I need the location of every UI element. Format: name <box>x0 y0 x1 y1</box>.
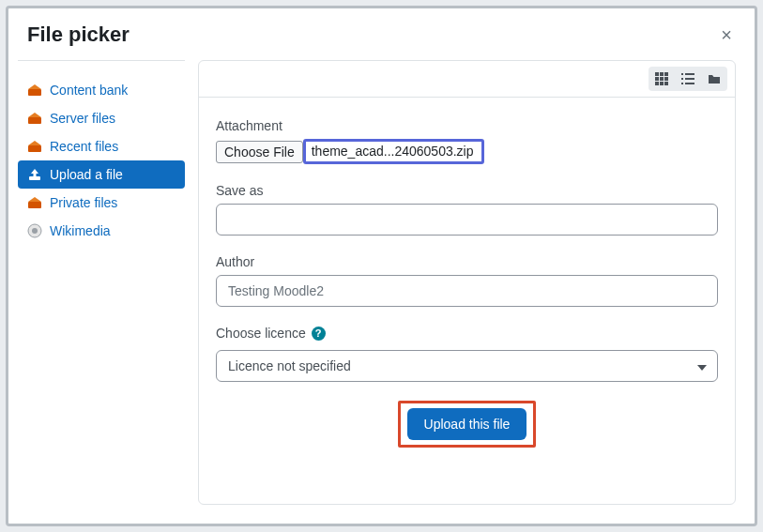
svg-rect-1 <box>28 117 41 124</box>
licence-select[interactable]: Licence not specified <box>216 350 718 382</box>
svg-rect-3 <box>29 176 40 180</box>
licence-label-row: Choose licence ? <box>216 326 718 341</box>
svg-rect-7 <box>655 72 659 76</box>
licence-select-wrap: Licence not specified <box>216 350 718 382</box>
author-field: Author <box>216 254 718 307</box>
selected-file-name-highlight: theme_acad...24060503.zip <box>303 139 484 164</box>
view-folder-icon[interactable] <box>701 67 727 91</box>
upload-icon <box>27 167 42 182</box>
svg-rect-0 <box>28 89 41 96</box>
recent-files-icon <box>27 139 42 154</box>
help-icon[interactable]: ? <box>312 327 326 341</box>
sidebar-item-label: Content bank <box>50 83 128 98</box>
svg-rect-15 <box>664 82 668 85</box>
saveas-label: Save as <box>216 183 718 198</box>
attachment-label: Attachment <box>216 118 718 133</box>
sidebar-item-upload-a-file[interactable]: Upload a file <box>18 160 185 189</box>
server-files-icon <box>27 111 42 126</box>
modal-body: Content bank Server files Recent files U… <box>8 60 755 524</box>
svg-rect-16 <box>681 73 683 75</box>
svg-rect-18 <box>681 78 683 80</box>
sidebar-item-label: Recent files <box>50 139 118 154</box>
svg-rect-8 <box>660 72 664 76</box>
view-mode-group <box>649 67 727 91</box>
sidebar-item-server-files[interactable]: Server files <box>18 104 185 132</box>
svg-rect-21 <box>685 83 694 84</box>
svg-rect-11 <box>660 77 664 81</box>
repository-sidebar: Content bank Server files Recent files U… <box>18 60 185 505</box>
modal-header: File picker × <box>8 8 755 60</box>
svg-rect-20 <box>681 83 683 84</box>
sidebar-item-label: Wikimedia <box>50 223 111 238</box>
view-grid-icon[interactable] <box>649 67 675 91</box>
view-toolbar <box>199 61 735 98</box>
selected-file-name: theme_acad...24060503.zip <box>312 144 474 159</box>
upload-button-highlight: Upload this file <box>398 401 537 448</box>
svg-point-6 <box>32 228 38 234</box>
svg-rect-17 <box>685 73 694 75</box>
saveas-input[interactable] <box>216 204 718 236</box>
choose-file-button[interactable]: Choose File <box>216 141 303 163</box>
sidebar-item-content-bank[interactable]: Content bank <box>18 76 185 104</box>
svg-rect-19 <box>685 78 694 80</box>
file-picker-modal: File picker × Content bank Server files <box>6 6 757 526</box>
main-panel: Attachment Choose File theme_acad...2406… <box>198 60 736 505</box>
svg-rect-4 <box>28 202 41 208</box>
svg-rect-12 <box>664 77 668 81</box>
view-list-icon[interactable] <box>675 67 701 91</box>
wikimedia-icon <box>27 223 42 238</box>
upload-form: Attachment Choose File theme_acad...2406… <box>199 98 735 466</box>
saveas-field: Save as <box>216 183 718 236</box>
svg-rect-2 <box>28 145 41 152</box>
licence-label: Choose licence <box>216 326 306 341</box>
attachment-field: Attachment Choose File theme_acad...2406… <box>216 118 718 164</box>
svg-rect-13 <box>655 82 659 85</box>
svg-rect-14 <box>660 82 664 85</box>
sidebar-item-private-files[interactable]: Private files <box>18 189 185 217</box>
svg-rect-9 <box>664 72 668 76</box>
author-input[interactable] <box>216 275 718 307</box>
sidebar-item-label: Upload a file <box>50 167 123 182</box>
author-label: Author <box>216 254 718 269</box>
svg-rect-10 <box>655 77 659 81</box>
content-bank-icon <box>27 83 42 98</box>
attachment-row: Choose File theme_acad...24060503.zip <box>216 139 718 164</box>
modal-title: File picker <box>27 23 130 47</box>
sidebar-item-wikimedia[interactable]: Wikimedia <box>18 217 185 245</box>
licence-field: Choose licence ? Licence not specified <box>216 326 718 382</box>
private-files-icon <box>27 195 42 210</box>
sidebar-item-label: Server files <box>50 111 115 126</box>
upload-this-file-button[interactable]: Upload this file <box>407 408 527 440</box>
sidebar-item-recent-files[interactable]: Recent files <box>18 132 185 160</box>
sidebar-item-label: Private files <box>50 195 117 210</box>
submit-row: Upload this file <box>216 401 718 448</box>
close-icon[interactable]: × <box>717 25 736 44</box>
